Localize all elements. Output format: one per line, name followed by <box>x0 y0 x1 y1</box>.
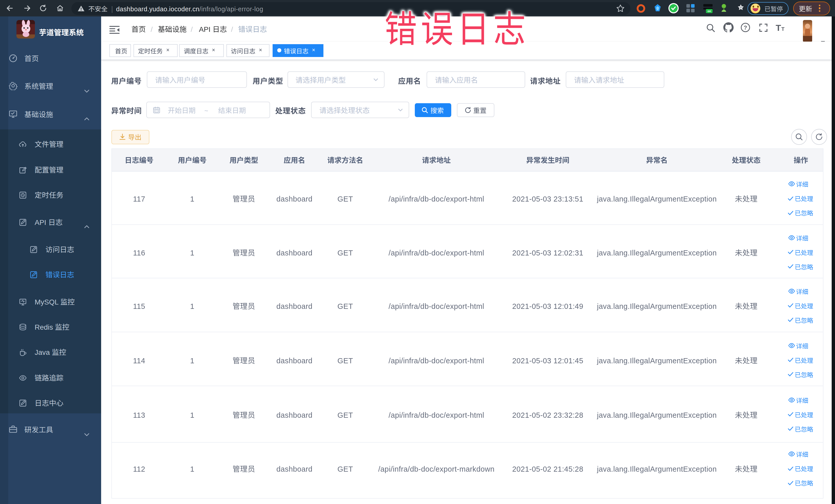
svg-text:T: T <box>781 26 784 32</box>
svg-text:T: T <box>775 23 781 33</box>
svg-text:?: ? <box>744 24 747 31</box>
svg-text:on: on <box>707 9 711 13</box>
